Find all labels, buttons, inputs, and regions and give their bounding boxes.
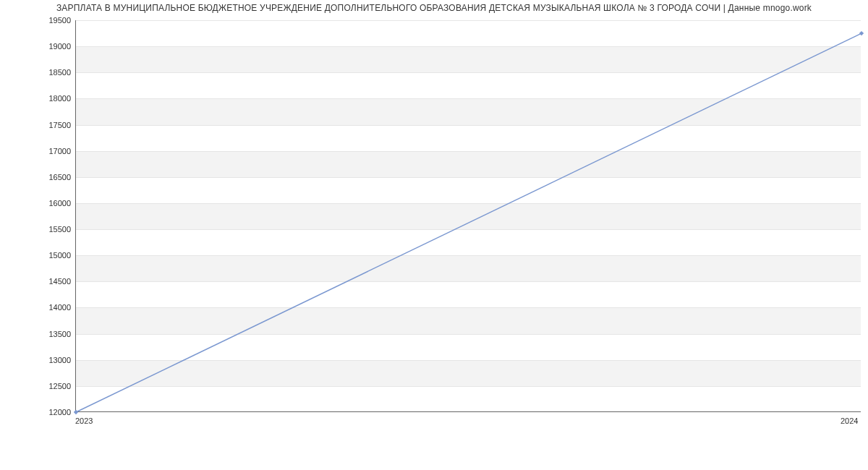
x-tick-label: 2024	[841, 416, 858, 425]
y-tick-label: 18000	[36, 94, 71, 103]
chart-title: ЗАРПЛАТА В МУНИЦИПАЛЬНОЕ БЮДЖЕТНОЕ УЧРЕЖ…	[0, 3, 868, 13]
chart-area: 1200012500130001350014000145001500015500…	[36, 20, 861, 432]
y-tick-label: 16000	[36, 199, 71, 208]
y-tick-label: 18500	[36, 68, 71, 77]
line-layer	[76, 20, 861, 411]
y-tick-label: 16500	[36, 173, 71, 181]
x-tick-label: 2023	[75, 416, 93, 425]
y-tick-label: 19500	[36, 16, 71, 25]
y-tick-label: 14500	[36, 277, 71, 286]
y-tick-label: 12500	[36, 382, 71, 390]
data-line	[76, 33, 861, 412]
y-tick-label: 17500	[36, 121, 71, 129]
y-tick-label: 15500	[36, 225, 71, 234]
y-tick-label: 19000	[36, 42, 71, 51]
y-tick-label: 12000	[36, 408, 71, 416]
y-tick-label: 17000	[36, 147, 71, 155]
y-tick-label: 14000	[36, 303, 71, 312]
y-tick-label: 13000	[36, 356, 71, 364]
y-tick-label: 15000	[36, 251, 71, 260]
data-marker	[74, 410, 78, 414]
y-tick-label: 13500	[36, 330, 71, 338]
plot-area	[75, 20, 861, 412]
data-marker	[859, 31, 864, 35]
